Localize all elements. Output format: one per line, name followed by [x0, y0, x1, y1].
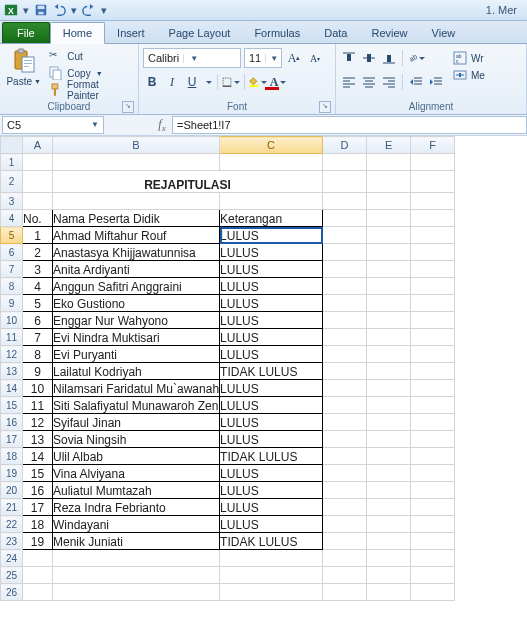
paste-button[interactable]: Paste▼ [4, 48, 43, 87]
save-icon[interactable] [34, 3, 48, 17]
tab-formulas[interactable]: Formulas [242, 23, 312, 43]
cell[interactable] [411, 414, 455, 431]
cell[interactable] [367, 584, 411, 601]
bold-button[interactable]: B [143, 73, 161, 91]
cell[interactable] [411, 171, 455, 193]
row-header-19[interactable]: 19 [1, 465, 23, 482]
cell[interactable] [323, 414, 367, 431]
cell-ket[interactable]: LULUS [220, 312, 323, 329]
cell[interactable] [53, 154, 220, 171]
cell-nama[interactable]: Ahmad Miftahur Rouf [53, 227, 220, 244]
align-right-button[interactable] [380, 73, 398, 91]
cell[interactable] [323, 244, 367, 261]
header-nama[interactable]: Nama Peserta Didik [53, 210, 220, 227]
row-header-22[interactable]: 22 [1, 516, 23, 533]
cell-nama[interactable]: Ulil Albab [53, 448, 220, 465]
cell[interactable] [367, 380, 411, 397]
cell-no[interactable]: 1 [23, 227, 53, 244]
cell[interactable] [23, 584, 53, 601]
align-center-button[interactable] [360, 73, 378, 91]
row-header-25[interactable]: 25 [1, 567, 23, 584]
cell[interactable] [23, 171, 53, 193]
cell[interactable] [367, 244, 411, 261]
cell[interactable] [367, 295, 411, 312]
cell[interactable] [53, 567, 220, 584]
cell[interactable] [411, 363, 455, 380]
cell[interactable] [323, 210, 367, 227]
cell[interactable] [323, 533, 367, 550]
row-header-5[interactable]: 5 [1, 227, 23, 244]
cell[interactable] [323, 499, 367, 516]
cell[interactable] [367, 171, 411, 193]
row-header-18[interactable]: 18 [1, 448, 23, 465]
cell-no[interactable]: 5 [23, 295, 53, 312]
increase-indent-button[interactable] [427, 73, 445, 91]
cell[interactable] [411, 295, 455, 312]
cell[interactable] [367, 261, 411, 278]
cell-ket[interactable]: LULUS [220, 516, 323, 533]
col-header-D[interactable]: D [323, 137, 367, 154]
cell-nama[interactable]: Menik Juniati [53, 533, 220, 550]
cell-ket[interactable]: TIDAK LULUS [220, 448, 323, 465]
cell-no[interactable]: 11 [23, 397, 53, 414]
select-all-corner[interactable] [1, 137, 23, 154]
cell[interactable] [367, 154, 411, 171]
align-bottom-button[interactable] [380, 49, 398, 67]
cell-ket[interactable]: LULUS [220, 380, 323, 397]
orientation-button[interactable]: ab [407, 49, 425, 67]
cell-ket[interactable]: LULUS [220, 431, 323, 448]
cell[interactable] [411, 154, 455, 171]
cell[interactable] [411, 431, 455, 448]
cell-nama[interactable]: Nilamsari Faridatul Mu`awanah [53, 380, 220, 397]
cell[interactable] [411, 465, 455, 482]
cell[interactable] [323, 363, 367, 380]
cell[interactable] [367, 312, 411, 329]
cell-ket[interactable]: LULUS [220, 295, 323, 312]
tab-page-layout[interactable]: Page Layout [157, 23, 243, 43]
cell[interactable] [411, 210, 455, 227]
cell-nama[interactable]: Enggar Nur Wahyono [53, 312, 220, 329]
row-header-17[interactable]: 17 [1, 431, 23, 448]
cell-no[interactable]: 17 [23, 499, 53, 516]
cell[interactable] [367, 465, 411, 482]
cell[interactable] [323, 584, 367, 601]
cell[interactable] [220, 584, 323, 601]
cell[interactable] [367, 346, 411, 363]
cell-nama[interactable]: Vina Alviyana [53, 465, 220, 482]
cell-nama[interactable]: Reza Indra Febrianto [53, 499, 220, 516]
italic-button[interactable]: I [163, 73, 181, 91]
tab-file[interactable]: File [2, 22, 50, 43]
cell[interactable] [411, 227, 455, 244]
cell-no[interactable]: 3 [23, 261, 53, 278]
cell[interactable] [323, 380, 367, 397]
cell[interactable] [411, 193, 455, 210]
cell[interactable] [367, 278, 411, 295]
font-color-button[interactable]: A [269, 73, 287, 91]
cell-no[interactable]: 7 [23, 329, 53, 346]
row-header-14[interactable]: 14 [1, 380, 23, 397]
cell-ket[interactable]: LULUS [220, 499, 323, 516]
cell-no[interactable]: 14 [23, 448, 53, 465]
cell[interactable] [367, 567, 411, 584]
row-header-4[interactable]: 4 [1, 210, 23, 227]
cell-nama[interactable]: Anggun Safitri Anggraini [53, 278, 220, 295]
qat-customize-dropdown[interactable]: ▾ [100, 3, 108, 17]
tab-view[interactable]: View [420, 23, 468, 43]
cell[interactable] [323, 431, 367, 448]
cell[interactable] [323, 567, 367, 584]
merge-center-button[interactable]: Me [451, 67, 487, 83]
cell[interactable] [411, 261, 455, 278]
cell-no[interactable]: 16 [23, 482, 53, 499]
cell-no[interactable]: 18 [23, 516, 53, 533]
tab-insert[interactable]: Insert [105, 23, 157, 43]
cut-button[interactable]: ✂Cut [47, 48, 134, 64]
cell-nama[interactable]: Evi Nindra Muktisari [53, 329, 220, 346]
row-header-23[interactable]: 23 [1, 533, 23, 550]
cell[interactable] [323, 482, 367, 499]
cell-no[interactable]: 15 [23, 465, 53, 482]
cell[interactable] [323, 261, 367, 278]
header-ket[interactable]: Keterangan [220, 210, 323, 227]
cell-no[interactable]: 19 [23, 533, 53, 550]
cell-nama[interactable]: Anita Ardiyanti [53, 261, 220, 278]
cell[interactable] [220, 567, 323, 584]
